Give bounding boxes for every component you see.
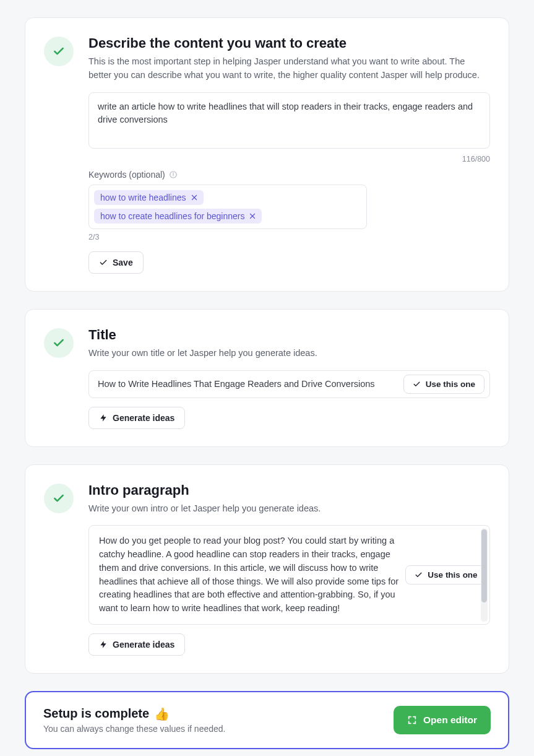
info-icon[interactable] (169, 170, 178, 179)
step-complete-icon (44, 37, 74, 66)
title-input[interactable] (98, 375, 403, 393)
lightning-icon (99, 414, 108, 422)
close-icon[interactable] (248, 212, 257, 220)
setup-complete-desc: You can always change these values if ne… (43, 724, 225, 734)
title-input-row: Use this one (88, 370, 490, 398)
describe-desc: This is the most important step in helpi… (88, 55, 490, 82)
check-icon (415, 571, 423, 579)
card-setup-complete: Setup is complete 👍 You can always chang… (25, 691, 509, 749)
keywords-box[interactable]: how to write headlines how to create hea… (88, 185, 367, 229)
keyword-chip-label: how to write headlines (100, 193, 186, 202)
save-button[interactable]: Save (88, 251, 144, 274)
thumbs-up-icon: 👍 (154, 706, 170, 721)
keyword-chip-label: how to create headlines for beginners (100, 211, 244, 221)
generate-ideas-button[interactable]: Generate ideas (88, 633, 185, 656)
intro-heading: Intro paragraph (88, 482, 490, 498)
describe-counter: 116/800 (88, 155, 490, 163)
intro-input-row: How do you get people to read your blog … (88, 525, 490, 625)
close-icon[interactable] (190, 193, 199, 202)
step-complete-icon (44, 484, 74, 513)
check-icon (99, 258, 108, 267)
intro-textarea[interactable]: How do you get people to read your blog … (89, 526, 409, 624)
svg-point-2 (173, 173, 173, 173)
keywords-label: Keywords (optional) (88, 170, 165, 180)
step-complete-icon (44, 328, 74, 358)
card-describe: Describe the content you want to create … (25, 17, 509, 292)
describe-title: Describe the content you want to create (88, 35, 490, 51)
intro-desc: Write your own intro or let Jasper help … (88, 502, 490, 516)
title-heading: Title (88, 327, 490, 343)
setup-complete-title: Setup is complete 👍 (43, 706, 225, 721)
expand-icon (407, 715, 417, 725)
check-icon (413, 380, 421, 388)
keyword-chip: how to create headlines for beginners (94, 209, 262, 224)
open-editor-button[interactable]: Open editor (394, 706, 491, 734)
generate-ideas-button[interactable]: Generate ideas (88, 407, 185, 429)
use-this-one-button[interactable]: Use this one (405, 565, 486, 584)
card-title: Title Write your own title or let Jasper… (25, 309, 509, 447)
scrollbar[interactable] (481, 528, 488, 622)
card-intro: Intro paragraph Write your own intro or … (25, 464, 509, 674)
scrollbar-thumb[interactable] (481, 529, 487, 602)
keyword-chip: how to write headlines (94, 190, 204, 205)
use-this-one-button[interactable]: Use this one (403, 375, 484, 394)
keywords-counter: 2/3 (88, 233, 490, 241)
describe-input[interactable] (88, 92, 490, 149)
title-desc: Write your own title or let Jasper help … (88, 347, 490, 360)
lightning-icon (99, 640, 108, 649)
